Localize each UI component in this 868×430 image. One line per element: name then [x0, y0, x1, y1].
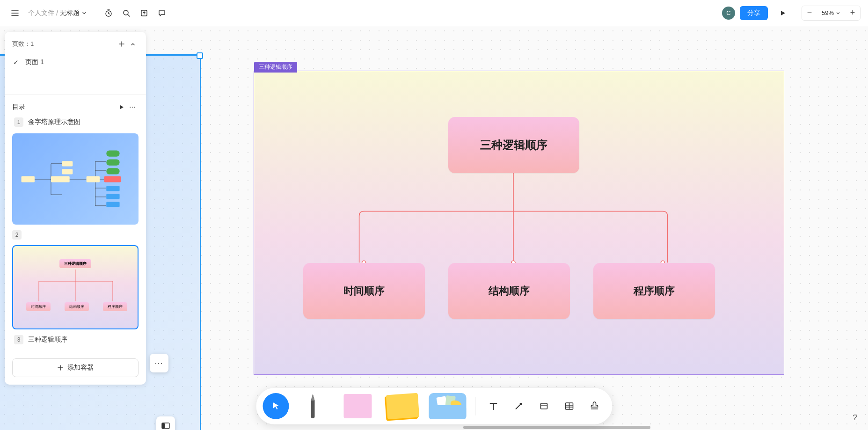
table-tool[interactable]: [558, 395, 580, 417]
frame-tool[interactable]: [532, 395, 555, 417]
page-item-label: 页面 1: [25, 58, 44, 66]
pen-tool[interactable]: [292, 392, 334, 421]
toc-item-2[interactable]: 2: [12, 228, 139, 243]
toc-more-button[interactable]: ⋯: [127, 102, 139, 113]
zoom-control: − 59% +: [802, 6, 861, 21]
mini-child-2: 结构顺序: [65, 302, 89, 311]
thumbnail-2-preview: [18, 139, 133, 219]
timer-icon[interactable]: [101, 6, 116, 21]
add-container-button[interactable]: 添加容器: [12, 358, 139, 377]
svg-rect-18: [106, 194, 119, 199]
thumbnail-3[interactable]: 三种逻辑顺序 时间顺序 结构顺序 程序顺序: [12, 245, 139, 329]
menu-icon[interactable]: [7, 6, 22, 21]
toc-item-1[interactable]: 1 金字塔原理示意图: [12, 113, 139, 131]
pages-count-label: 页数：1: [12, 40, 34, 48]
frame-more-button[interactable]: ⋯: [150, 354, 168, 372]
stamp-tool[interactable]: [583, 395, 605, 417]
topbar-right: C 分享 − 59% +: [722, 6, 861, 21]
plus-icon: [57, 364, 64, 371]
share-button[interactable]: 分享: [740, 6, 768, 20]
templates-tool[interactable]: [426, 392, 468, 421]
topbar-left: 个人文件 / 无标题: [7, 6, 169, 21]
toc-title: 目录: [12, 103, 25, 111]
diagram-root-node[interactable]: 三种逻辑顺序: [448, 117, 579, 173]
toc-play-button[interactable]: [116, 102, 127, 113]
toc-label: 三种逻辑顺序: [28, 335, 67, 344]
mini-root: 三种逻辑顺序: [59, 259, 91, 268]
pages-list: ✓ 页面 1: [5, 54, 146, 76]
toc-header: 目录 ⋯: [12, 102, 139, 113]
help-button[interactable]: ?: [848, 411, 861, 424]
bottom-toolbar: [256, 388, 612, 424]
svg-rect-17: [106, 186, 119, 191]
breadcrumb-parent[interactable]: 个人文件: [28, 9, 54, 17]
sticky-pink-tool[interactable]: [336, 392, 379, 421]
comment-icon[interactable]: [154, 6, 169, 21]
page-item-1[interactable]: ✓ 页面 1: [8, 54, 142, 70]
zoom-value[interactable]: 59%: [817, 9, 845, 16]
pages-panel: 页数：1 ✓ 页面 1 目录 ⋯ 1 金字塔原理示意图: [5, 32, 146, 385]
svg-rect-8: [22, 176, 35, 182]
top-bar: 个人文件 / 无标题 C 分享: [0, 0, 868, 26]
panel-toggle-button[interactable]: [156, 416, 175, 430]
toc-num: 3: [14, 335, 23, 344]
diagram-child-node-1[interactable]: 时间顺序: [303, 263, 425, 319]
toc-num: 1: [14, 117, 23, 127]
thumbnail-2[interactable]: [12, 133, 139, 225]
toc-item-3[interactable]: 3 三种逻辑顺序: [12, 333, 139, 349]
breadcrumb-current[interactable]: 无标题: [60, 9, 87, 17]
svg-rect-24: [540, 403, 547, 409]
collapse-pages-button[interactable]: [127, 38, 139, 50]
toc-label: 金字塔原理示意图: [28, 118, 80, 126]
svg-rect-13: [104, 176, 121, 182]
toc-section: 目录 ⋯ 1 金字塔原理示意图: [5, 95, 146, 354]
horizontal-scrollbar[interactable]: [463, 426, 650, 429]
present-icon[interactable]: [775, 6, 790, 21]
topbar-actions: [101, 6, 169, 21]
sticky-yellow-tool[interactable]: [381, 392, 423, 421]
toc-num: 2: [12, 230, 22, 240]
text-tool[interactable]: [482, 395, 504, 417]
connector-tool[interactable]: [507, 395, 530, 417]
mini-child-1: 时间顺序: [26, 302, 51, 311]
add-page-button[interactable]: [116, 38, 127, 50]
svg-rect-19: [106, 202, 119, 207]
svg-rect-12: [87, 176, 100, 182]
avatar[interactable]: C: [722, 7, 735, 20]
svg-rect-9: [51, 176, 70, 182]
frame-label[interactable]: 三种逻辑顺序: [254, 62, 297, 73]
mini-child-3: 程序顺序: [103, 302, 127, 311]
pages-header: 页数：1: [5, 32, 146, 54]
toolbar-separator: [475, 397, 475, 415]
export-icon[interactable]: [137, 6, 152, 21]
svg-rect-10: [62, 161, 73, 166]
diagram-frame[interactable]: 三种逻辑顺序 三种逻辑顺序 时间顺序 结构顺序 程序顺序: [254, 71, 784, 375]
search-icon[interactable]: [119, 6, 134, 21]
svg-rect-23: [429, 405, 466, 419]
diagram-child-node-3[interactable]: 程序顺序: [593, 263, 715, 319]
svg-rect-11: [62, 169, 73, 174]
svg-rect-4: [162, 423, 165, 429]
check-icon: ✓: [13, 58, 21, 66]
svg-rect-16: [106, 168, 119, 174]
resize-handle[interactable]: [197, 52, 203, 59]
cursor-tool[interactable]: [263, 393, 289, 419]
svg-rect-14: [106, 150, 119, 156]
zoom-out-button[interactable]: −: [802, 6, 817, 20]
diagram-child-node-2[interactable]: 结构顺序: [448, 263, 570, 319]
breadcrumb: 个人文件 / 无标题: [28, 9, 87, 17]
zoom-in-button[interactable]: +: [845, 6, 860, 20]
svg-rect-15: [106, 159, 119, 165]
